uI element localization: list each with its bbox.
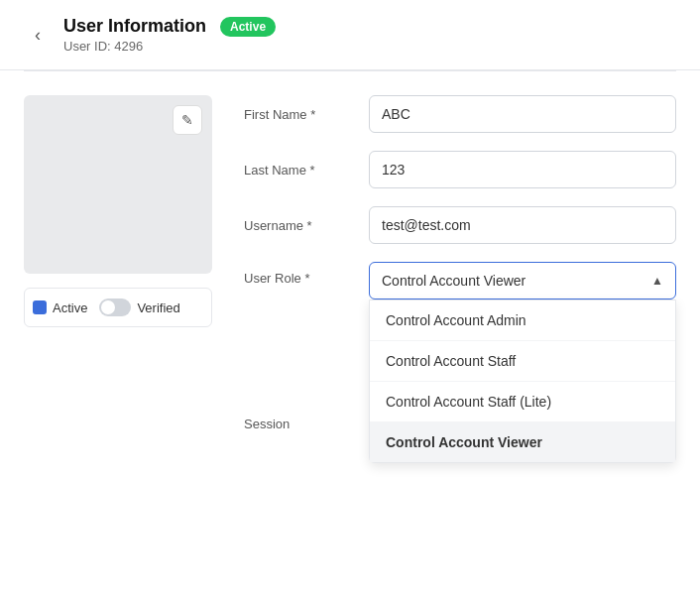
- verified-toggle[interactable]: [99, 299, 131, 316]
- dropdown-item-admin[interactable]: Control Account Admin: [370, 300, 675, 341]
- user-role-selected-value: Control Account Viewer: [382, 273, 525, 289]
- page-header: ‹ User Information Active User ID: 4296: [0, 0, 700, 70]
- user-role-label: User Role *: [244, 262, 353, 286]
- last-name-input[interactable]: [369, 151, 676, 188]
- first-name-input[interactable]: [369, 95, 676, 133]
- page-title: User Information: [63, 16, 206, 37]
- chevron-up-icon: ▲: [651, 274, 663, 288]
- user-role-select[interactable]: Control Account Viewer ▲: [369, 262, 676, 299]
- dropdown-item-staff-lite[interactable]: Control Account Staff (Lite): [370, 382, 675, 422]
- active-badge: Active: [220, 17, 276, 37]
- user-role-select-container: Control Account Viewer ▲ Control Account…: [369, 262, 676, 299]
- dropdown-item-staff[interactable]: Control Account Staff: [370, 341, 675, 382]
- username-row: Username *: [244, 206, 676, 244]
- back-icon: ‹: [35, 25, 41, 46]
- right-panel: First Name * Last Name * Username * User…: [244, 95, 676, 431]
- verified-status-item[interactable]: Verified: [99, 299, 179, 316]
- back-button[interactable]: ‹: [24, 21, 52, 49]
- status-row: Active Verified: [24, 288, 212, 327]
- first-name-row: First Name *: [244, 95, 676, 133]
- user-role-dropdown: Control Account Admin Control Account St…: [369, 299, 676, 463]
- user-role-row: User Role * Control Account Viewer ▲ Con…: [244, 262, 676, 299]
- session-label: Session: [244, 417, 353, 431]
- last-name-label: Last Name *: [244, 163, 353, 178]
- left-panel: ✎ Active Verified: [24, 95, 212, 431]
- verified-label: Verified: [137, 300, 179, 315]
- avatar-edit-button[interactable]: ✎: [173, 105, 202, 135]
- username-label: Username *: [244, 218, 353, 233]
- main-content: ✎ Active Verified First Name * Last Name…: [0, 71, 700, 431]
- username-input[interactable]: [369, 206, 676, 244]
- avatar-box: ✎: [24, 95, 212, 274]
- active-label: Active: [53, 300, 87, 315]
- header-title-block: User Information Active User ID: 4296: [63, 16, 276, 54]
- first-name-label: First Name *: [244, 107, 353, 122]
- active-dot: [33, 300, 47, 314]
- user-id-label: User ID: 4296: [63, 39, 276, 54]
- active-status-item: Active: [33, 300, 87, 315]
- dropdown-item-viewer[interactable]: Control Account Viewer: [370, 422, 675, 462]
- last-name-row: Last Name *: [244, 151, 676, 188]
- pencil-icon: ✎: [181, 112, 193, 128]
